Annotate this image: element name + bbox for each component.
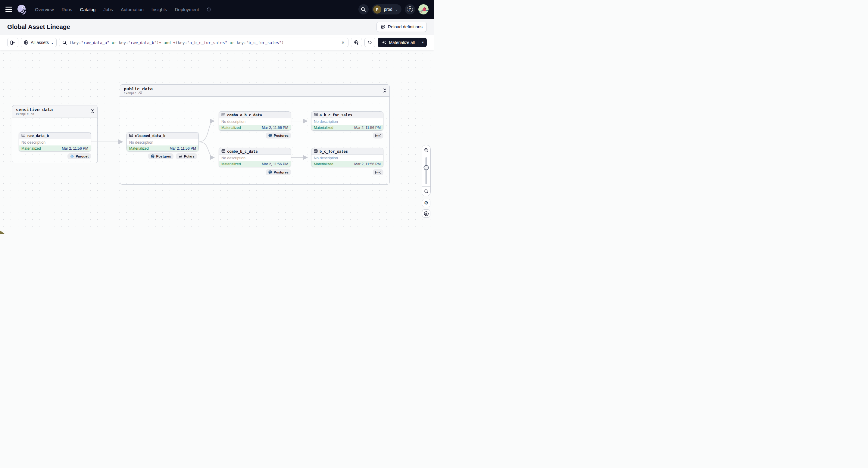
tag-row: Postgres: [266, 169, 291, 175]
menu-icon[interactable]: [5, 7, 12, 12]
asset-search-input[interactable]: (key:"raw_data_a" or key:"raw_data_b")+ …: [59, 38, 348, 47]
zoom-slider-handle[interactable]: [424, 165, 429, 170]
asset-filter-label: All assets: [31, 40, 49, 45]
download-graph-button[interactable]: [422, 209, 430, 218]
sparkle-icon: [381, 40, 386, 45]
collapse-group-icon[interactable]: [383, 88, 386, 94]
table-icon: [314, 149, 318, 154]
nav-item-automation[interactable]: Automation: [121, 7, 144, 12]
code-location-cube-icon: [381, 24, 385, 29]
asset-node-combo-b-c-data[interactable]: combo_b_c_data No description Materializ…: [219, 148, 291, 167]
zoom-slider[interactable]: [422, 155, 430, 186]
tag-row: csv: [373, 132, 383, 138]
lineage-toolbar: All assets ⌄ (key:"raw_data_a" or key:"r…: [0, 35, 434, 50]
materialization-timestamp[interactable]: Mar 2, 11:56 PM: [354, 162, 381, 166]
kind-tag-polars[interactable]: Polars: [176, 153, 197, 159]
postgres-icon: [268, 170, 272, 175]
asset-node-b-c-for-sales[interactable]: b_c_for_sales No description Materialize…: [311, 148, 383, 167]
asset-selection-query[interactable]: (key:"raw_data_a" or key:"raw_data_b")+ …: [69, 40, 338, 45]
asset-name: a_b_c_for_sales: [319, 113, 352, 117]
collapse-group-icon[interactable]: [91, 109, 94, 115]
status-badge: Materialized: [221, 162, 241, 166]
asset-description: No description: [19, 139, 91, 146]
status-badge: Materialized: [314, 162, 333, 166]
search-icon: [62, 40, 67, 45]
nav-item-jobs[interactable]: Jobs: [103, 7, 113, 12]
user-avatar[interactable]: [418, 4, 429, 14]
search-button[interactable]: [359, 4, 369, 14]
nav-item-catalog[interactable]: Catalog: [80, 7, 96, 12]
table-icon: [221, 149, 225, 154]
asset-description: No description: [219, 155, 291, 161]
download-icon: [424, 211, 429, 216]
materialization-timestamp[interactable]: Mar 2, 11:56 PM: [262, 162, 288, 166]
open-panel-icon: [10, 40, 16, 45]
refresh-button[interactable]: [365, 38, 375, 47]
globe-icon: [24, 40, 29, 45]
asset-name: raw_data_b: [27, 134, 49, 138]
zoom-in-button[interactable]: [422, 145, 430, 155]
materialize-all-button[interactable]: Materialize all ▼: [378, 38, 427, 47]
primary-nav: Overview Runs Catalog Jobs Automation In…: [35, 7, 211, 12]
graph-view-controls: ⚙: [422, 145, 431, 218]
asset-description: No description: [127, 139, 198, 146]
reload-definitions-label: Reload definitions: [388, 24, 423, 29]
deployment-switcher[interactable]: P prod ⌄: [372, 4, 401, 14]
status-badge: Materialized: [314, 126, 333, 130]
asset-node-cleaned-data-b[interactable]: cleaned_data_b No description Materializ…: [126, 132, 199, 152]
toggle-sidebar-button[interactable]: [7, 38, 19, 47]
asset-description: No description: [311, 155, 383, 161]
corner-artifact: [0, 230, 5, 234]
filter-to-selection-button[interactable]: [351, 38, 362, 47]
asset-name: cleaned_data_b: [135, 134, 165, 138]
kind-tag-postgres[interactable]: Postgres: [266, 169, 291, 175]
group-header[interactable]: sensitive_data example_co: [12, 105, 97, 118]
dagster-logo-icon[interactable]: [16, 4, 27, 15]
group-location: example_co: [16, 112, 94, 116]
table-icon: [314, 112, 318, 118]
group-header[interactable]: public_data example_co: [120, 85, 390, 97]
materialization-timestamp[interactable]: Mar 2, 11:56 PM: [262, 126, 288, 130]
kind-tag-postgres[interactable]: Postgres: [148, 153, 174, 159]
globe-plus-icon: [354, 40, 359, 45]
kind-tag-csv[interactable]: csv: [373, 169, 383, 175]
nav-item-overview[interactable]: Overview: [35, 7, 54, 12]
materialize-options-caret[interactable]: ▼: [418, 38, 427, 47]
help-icon: ?: [407, 6, 413, 12]
materialization-timestamp[interactable]: Mar 2, 11:56 PM: [169, 146, 196, 151]
group-location: example_co: [124, 92, 386, 95]
kind-tag-postgres[interactable]: Postgres: [266, 132, 291, 138]
zoom-out-button[interactable]: [422, 186, 430, 196]
chevron-down-icon: ⌄: [395, 7, 399, 11]
asset-description: No description: [219, 118, 291, 125]
asset-name: b_c_for_sales: [319, 149, 348, 154]
reload-definitions-button[interactable]: Reload definitions: [376, 22, 427, 32]
kind-tag-csv[interactable]: csv: [373, 132, 383, 138]
status-badge: Materialized: [129, 146, 149, 151]
group-title: public_data: [124, 86, 386, 92]
asset-name: combo_b_c_data: [227, 149, 257, 154]
nav-item-runs[interactable]: Runs: [62, 7, 72, 12]
materialization-timestamp[interactable]: Mar 2, 11:56 PM: [62, 146, 88, 151]
materialization-timestamp[interactable]: Mar 2, 11:56 PM: [354, 126, 381, 130]
asset-node-raw-data-b[interactable]: raw_data_b No description MaterializedMa…: [19, 132, 91, 152]
clear-search-icon[interactable]: ✕: [341, 40, 345, 45]
graph-settings-button[interactable]: ⚙: [422, 199, 430, 207]
asset-node-a-b-c-for-sales[interactable]: a_b_c_for_sales No description Materiali…: [311, 112, 383, 131]
tag-row: csv: [373, 169, 383, 175]
asset-node-combo-a-b-c-data[interactable]: combo_a_b_c_data No description Material…: [219, 112, 291, 131]
chevron-down-icon: ⌄: [50, 41, 54, 44]
asset-filter-dropdown[interactable]: All assets ⌄: [21, 38, 57, 47]
gear-icon: ⚙: [424, 200, 428, 206]
zoom-out-icon: [424, 189, 429, 194]
zoom-in-icon: [424, 148, 429, 152]
lineage-graph-canvas[interactable]: sensitive_data example_co public_data ex…: [0, 50, 434, 234]
tag-row: Parquet: [67, 153, 91, 159]
csv-icon: csv: [375, 171, 381, 174]
help-button[interactable]: ?: [405, 4, 415, 14]
nav-item-deployment[interactable]: Deployment: [175, 7, 199, 12]
kind-tag-parquet[interactable]: Parquet: [67, 153, 91, 159]
zoom-slider-track[interactable]: [426, 157, 427, 184]
postgres-icon: [151, 154, 155, 158]
nav-item-insights[interactable]: Insights: [152, 7, 167, 12]
